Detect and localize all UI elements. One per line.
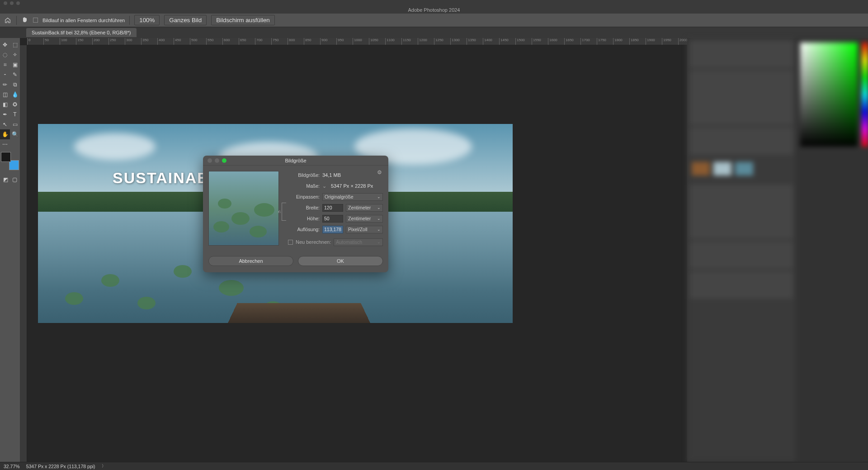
app-title: Adobe Photoshop 2024 bbox=[0, 6, 868, 14]
image-size-dialog: Bildgröße ⚙ Bildgröße: 34,1 MB Maße: ⌄ 5… bbox=[203, 156, 388, 272]
more-tools-icon[interactable]: ⋯ bbox=[0, 139, 10, 149]
link-bracket bbox=[282, 203, 286, 221]
traffic-min[interactable] bbox=[10, 1, 14, 5]
home-icon[interactable] bbox=[4, 16, 12, 24]
foreground-color-swatch[interactable] bbox=[1, 152, 11, 162]
shape-tool-icon[interactable]: ▭ bbox=[10, 119, 20, 129]
hand-tool-icon[interactable]: ✋ bbox=[0, 129, 10, 139]
dialog-close-icon[interactable] bbox=[208, 158, 212, 163]
screenmode-icon[interactable]: ▢ bbox=[11, 175, 18, 185]
heal-tool-icon[interactable]: ✎ bbox=[10, 70, 20, 80]
scroll-all-label: Bildlauf in allen Fenstern durchführen bbox=[42, 18, 125, 23]
zoom-tool-icon[interactable]: 🔍 bbox=[10, 129, 20, 139]
fit-label: Einpassen: bbox=[284, 194, 320, 199]
status-doc-info[interactable]: 5347 Px x 2228 Px (113,178 ppi) bbox=[26, 464, 95, 469]
dialog-min-icon[interactable] bbox=[215, 158, 219, 163]
pen-tool-icon[interactable]: ✒ bbox=[0, 109, 10, 119]
hand-tool-icon[interactable] bbox=[21, 16, 28, 24]
ok-button[interactable]: OK bbox=[298, 256, 383, 266]
width-unit-select[interactable]: Zentimeter bbox=[346, 204, 383, 212]
dialog-preview-image bbox=[208, 171, 279, 246]
document-tab[interactable]: SustainBack.tif bei 32,8% (Ebene 0, RGB/… bbox=[26, 28, 137, 37]
traffic-max[interactable] bbox=[16, 1, 20, 5]
frame-tool-icon[interactable]: ▣ bbox=[10, 60, 20, 70]
lasso-tool-icon[interactable]: ◌ bbox=[0, 50, 10, 60]
resolution-input[interactable] bbox=[322, 226, 343, 233]
resample-select: Automatisch bbox=[334, 238, 383, 246]
height-label: Höhe: bbox=[284, 216, 320, 221]
scroll-all-checkbox[interactable] bbox=[33, 18, 38, 23]
size-label: Bildgröße: bbox=[284, 172, 320, 178]
eyedropper-tool-icon[interactable]: ⁃ bbox=[0, 70, 10, 80]
dialog-title: Bildgröße bbox=[203, 158, 388, 163]
blur-tool-icon[interactable]: 💧 bbox=[10, 90, 20, 100]
brush-tool-icon[interactable]: ✏ bbox=[0, 80, 10, 90]
resolution-unit-select[interactable]: Pixel/Zoll bbox=[346, 226, 383, 233]
path-tool-icon[interactable]: ↖ bbox=[0, 119, 10, 129]
traffic-close[interactable] bbox=[4, 1, 7, 5]
cancel-button[interactable]: Abbrechen bbox=[208, 256, 293, 266]
dims-dropdown-icon[interactable]: ⌄ bbox=[322, 183, 326, 189]
status-chevron-icon[interactable]: 〉 bbox=[102, 463, 106, 469]
right-panels-blurred bbox=[687, 38, 868, 462]
tools-panel: ✥⬚ ◌✧ ⌗▣ ⁃✎ ✏⧉ ◫💧 ◧✪ ✒T ↖▭ ✋🔍 ⋯ ◩ ▢ bbox=[0, 38, 20, 462]
zoom-100-button[interactable]: 100% bbox=[134, 15, 160, 25]
resample-checkbox[interactable] bbox=[288, 240, 293, 245]
dodge-tool-icon[interactable]: ✪ bbox=[10, 100, 20, 109]
dims-value: 5347 Px × 2228 Px bbox=[331, 183, 383, 189]
mac-titlebar bbox=[0, 0, 868, 6]
crop-tool-icon[interactable]: ⌗ bbox=[0, 60, 10, 70]
dims-label: Maße: bbox=[284, 183, 320, 189]
size-value: 34,1 MB bbox=[322, 172, 383, 178]
gradient-tool-icon[interactable]: ◧ bbox=[0, 100, 10, 109]
dialog-max-icon[interactable] bbox=[222, 158, 226, 163]
stamp-tool-icon[interactable]: ⧉ bbox=[10, 80, 20, 90]
color-swatches[interactable] bbox=[1, 152, 19, 170]
height-input[interactable] bbox=[322, 215, 343, 223]
marquee-tool-icon[interactable]: ⬚ bbox=[10, 40, 20, 50]
fit-screen-button[interactable]: Ganzes Bild bbox=[164, 15, 207, 25]
quickmask-icon[interactable]: ◩ bbox=[2, 175, 9, 185]
width-label: Breite: bbox=[284, 205, 320, 210]
link-icon[interactable]: ⎌ bbox=[278, 209, 281, 214]
wand-tool-icon[interactable]: ✧ bbox=[10, 50, 20, 60]
status-zoom[interactable]: 32.77% bbox=[4, 464, 20, 469]
move-tool-icon[interactable]: ✥ bbox=[0, 40, 10, 50]
resample-label: Neu berechnen: bbox=[296, 239, 331, 245]
status-bar: 32.77% 5347 Px x 2228 Px (113,178 ppi) 〉 bbox=[0, 462, 868, 470]
height-unit-select[interactable]: Zentimeter bbox=[346, 215, 383, 223]
width-input[interactable] bbox=[322, 204, 343, 212]
fill-screen-button[interactable]: Bildschirm ausfüllen bbox=[211, 15, 275, 25]
type-tool-icon[interactable]: T bbox=[10, 109, 20, 119]
fit-select[interactable]: Originalgröße bbox=[322, 193, 383, 201]
document-tab-bar: SustainBack.tif bei 32,8% (Ebene 0, RGB/… bbox=[0, 27, 868, 38]
ruler-horizontal: 0501001502002503003504004505005506006507… bbox=[27, 38, 687, 45]
dialog-titlebar[interactable]: Bildgröße bbox=[203, 156, 388, 166]
options-bar: Bildlauf in allen Fenstern durchführen 1… bbox=[0, 14, 868, 27]
eraser-tool-icon[interactable]: ◫ bbox=[0, 90, 10, 100]
ruler-vertical bbox=[20, 45, 27, 462]
resolution-label: Auflösung: bbox=[284, 227, 320, 232]
